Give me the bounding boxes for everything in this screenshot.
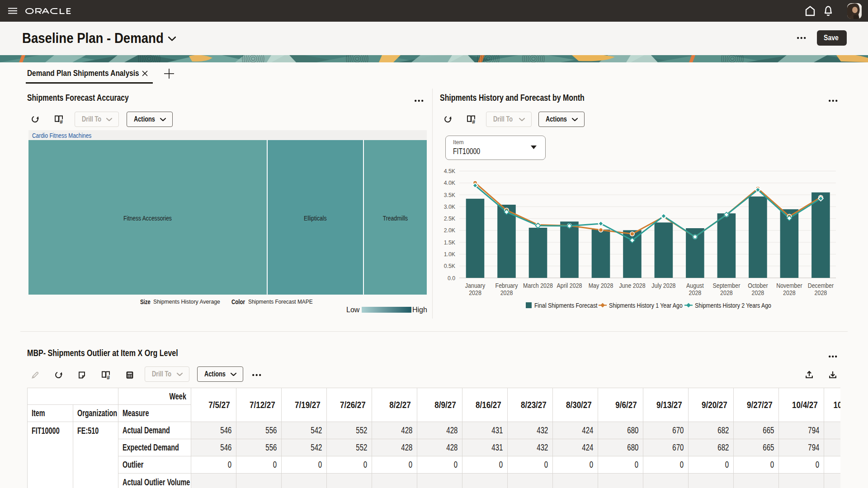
svg-text:3.5K: 3.5K [444, 192, 455, 198]
svg-text:#: # [107, 375, 110, 380]
svg-text:2028: 2028 [752, 289, 764, 296]
svg-text:June 2028: June 2028 [619, 282, 645, 289]
svg-text:#: # [60, 119, 63, 124]
svg-text:2028: 2028 [720, 289, 733, 296]
svg-text:0.5K: 0.5K [444, 263, 455, 269]
svg-text:July 2028: July 2028 [651, 282, 675, 289]
svg-text:#: # [472, 119, 475, 124]
svg-text:August: August [686, 282, 704, 289]
svg-text:2028: 2028 [783, 289, 796, 296]
svg-text:January: January [465, 282, 486, 289]
svg-text:2028: 2028 [469, 289, 481, 296]
svg-text:November: November [776, 282, 802, 289]
svg-text:0.0: 0.0 [448, 275, 455, 282]
svg-text:1.5K: 1.5K [444, 239, 455, 246]
svg-text:December: December [808, 282, 834, 289]
svg-text:4.5K: 4.5K [444, 168, 455, 174]
svg-text:September: September [712, 282, 740, 289]
svg-text:October: October [748, 282, 768, 289]
svg-text:2028: 2028 [689, 289, 702, 296]
svg-text:3.0K: 3.0K [444, 203, 455, 210]
svg-text:4.0K: 4.0K [444, 179, 455, 186]
svg-text:2.0K: 2.0K [444, 227, 455, 234]
svg-text:1.0K: 1.0K [444, 251, 455, 258]
svg-text:April 2028: April 2028 [557, 282, 582, 289]
svg-text:2028: 2028 [815, 289, 827, 296]
svg-text:May 2028: May 2028 [589, 282, 613, 289]
svg-text:2.5K: 2.5K [444, 215, 455, 222]
svg-text:2028: 2028 [500, 289, 513, 296]
svg-text:February: February [495, 282, 518, 289]
svg-text:March 2028: March 2028 [523, 282, 553, 289]
